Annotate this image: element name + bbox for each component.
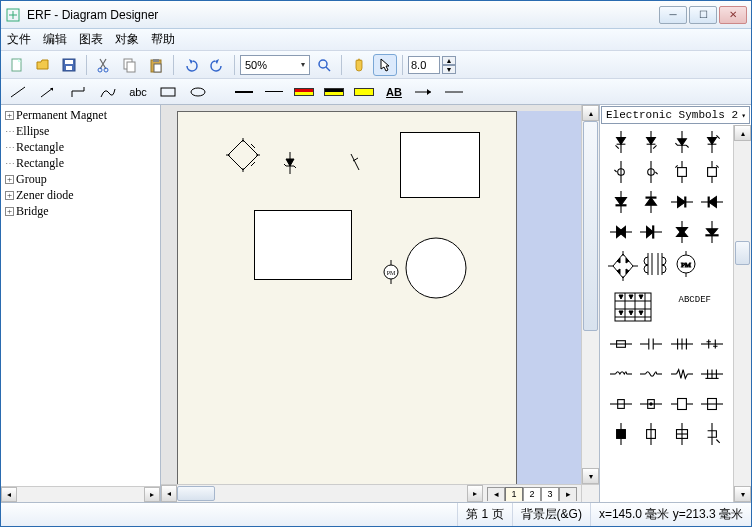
tree-item[interactable]: ⋯Rectangle	[1, 155, 160, 171]
tree-item[interactable]: +Zener diode	[1, 187, 160, 203]
palette-symbol[interactable]	[671, 423, 693, 445]
copy-button[interactable]	[118, 54, 142, 76]
line-style[interactable]	[231, 82, 257, 102]
expand-icon[interactable]: +	[5, 175, 14, 184]
arrow-tool[interactable]	[35, 82, 61, 102]
expand-icon[interactable]: +	[5, 191, 14, 200]
scroll-thumb[interactable]	[735, 241, 750, 265]
palette-symbol[interactable]	[640, 423, 662, 445]
close-button[interactable]: ✕	[719, 6, 747, 24]
rectangle-shape[interactable]	[400, 132, 480, 198]
scroll-left-icon[interactable]: ◂	[1, 487, 17, 502]
tab-page-1[interactable]: 1	[505, 487, 523, 501]
palette-symbol[interactable]	[610, 393, 632, 415]
tab-page-2[interactable]: 2	[523, 487, 541, 501]
fill-yellow[interactable]	[351, 82, 377, 102]
page[interactable]: PM	[177, 111, 517, 484]
palette-symbol[interactable]	[642, 251, 668, 277]
zoom-select[interactable]: 50%	[240, 55, 310, 75]
rectangle-shape[interactable]	[254, 210, 352, 280]
palette-symbol[interactable]	[640, 221, 662, 243]
status-page[interactable]: 第 1 页	[457, 503, 511, 526]
palette-vscroll[interactable]: ▴ ▾	[733, 125, 751, 502]
palette-symbol[interactable]	[671, 161, 693, 183]
menu-object[interactable]: 对象	[115, 31, 139, 48]
pan-button[interactable]	[347, 54, 371, 76]
line-tool[interactable]	[5, 82, 31, 102]
palette-symbol[interactable]	[701, 161, 723, 183]
tree-item[interactable]: ⋯Ellipse	[1, 123, 160, 139]
tab-page-3[interactable]: 3	[541, 487, 559, 501]
symbol-palette[interactable]: PM ABCDEF	[600, 125, 733, 502]
palette-symbol[interactable]	[701, 393, 723, 415]
palette-symbol[interactable]	[701, 221, 723, 243]
canvas-vscroll[interactable]: ▴ ▾	[581, 105, 599, 484]
canvas-hscroll[interactable]: ◂ ▸	[161, 485, 483, 502]
palette-symbol[interactable]	[613, 289, 655, 325]
palette-symbol[interactable]	[640, 363, 662, 385]
scroll-right-icon[interactable]: ▸	[144, 487, 160, 502]
canvas[interactable]: PM	[161, 105, 581, 484]
pointer-button[interactable]	[373, 54, 397, 76]
bridge-symbol[interactable]	[223, 138, 263, 175]
ellipse-tool[interactable]	[185, 82, 211, 102]
scroll-down-icon[interactable]: ▾	[734, 486, 751, 502]
rect-tool[interactable]	[155, 82, 181, 102]
palette-symbol[interactable]	[610, 131, 632, 153]
tab-prev[interactable]: ◂	[487, 487, 505, 501]
palette-symbol[interactable]: ABCDEF	[670, 289, 720, 311]
fill-black-yellow[interactable]	[321, 82, 347, 102]
fill-red-yellow[interactable]	[291, 82, 317, 102]
object-tree[interactable]: +Permanent Magnet ⋯Ellipse ⋯Rectangle ⋯R…	[1, 105, 160, 486]
menu-help[interactable]: 帮助	[151, 31, 175, 48]
redo-button[interactable]	[205, 54, 229, 76]
line-thin[interactable]	[261, 82, 287, 102]
scroll-left-icon[interactable]: ◂	[161, 485, 177, 502]
text-tool[interactable]: abc	[125, 82, 151, 102]
palette-symbol[interactable]	[701, 131, 723, 153]
palette-symbol[interactable]	[640, 191, 662, 213]
spin-up[interactable]: ▲	[442, 56, 456, 65]
status-layer[interactable]: 背景层(&G)	[512, 503, 590, 526]
ellipse-shape[interactable]	[404, 236, 468, 303]
paste-button[interactable]	[144, 54, 168, 76]
menu-file[interactable]: 文件	[7, 31, 31, 48]
palette-symbol[interactable]	[610, 423, 632, 445]
palette-symbol[interactable]	[671, 333, 693, 355]
palette-symbol[interactable]	[640, 393, 662, 415]
palette-symbol[interactable]	[701, 423, 723, 445]
palette-symbol[interactable]	[610, 333, 632, 355]
palette-symbol[interactable]: PM	[673, 251, 699, 277]
tree-item[interactable]: +Group	[1, 171, 160, 187]
expand-icon[interactable]: +	[5, 111, 14, 120]
palette-select[interactable]: Electronic Symbols 2	[601, 106, 750, 124]
curve-tool[interactable]	[95, 82, 121, 102]
line-plain[interactable]	[441, 82, 467, 102]
palette-symbol[interactable]	[701, 191, 723, 213]
maximize-button[interactable]: ☐	[689, 6, 717, 24]
minimize-button[interactable]: ─	[659, 6, 687, 24]
cut-button[interactable]	[92, 54, 116, 76]
palette-symbol[interactable]	[701, 363, 723, 385]
permanent-magnet-symbol[interactable]: PM	[382, 260, 400, 287]
zener-diode-symbol[interactable]	[282, 152, 298, 177]
palette-symbol[interactable]	[610, 363, 632, 385]
palette-symbol[interactable]	[671, 191, 693, 213]
palette-symbol[interactable]	[640, 161, 662, 183]
scroll-right-icon[interactable]: ▸	[467, 485, 483, 502]
tree-hscroll[interactable]: ◂ ▸	[1, 486, 160, 502]
tab-next[interactable]: ▸	[559, 487, 577, 501]
text-style[interactable]: AB	[381, 82, 407, 102]
connector-tool[interactable]	[65, 82, 91, 102]
palette-symbol[interactable]	[608, 251, 638, 281]
palette-symbol[interactable]	[610, 191, 632, 213]
menu-chart[interactable]: 图表	[79, 31, 103, 48]
menu-edit[interactable]: 编辑	[43, 31, 67, 48]
tree-item[interactable]: ⋯Rectangle	[1, 139, 160, 155]
palette-symbol[interactable]	[671, 363, 693, 385]
palette-symbol[interactable]	[610, 221, 632, 243]
expand-icon[interactable]: +	[5, 207, 14, 216]
new-button[interactable]	[5, 54, 29, 76]
palette-symbol[interactable]	[640, 131, 662, 153]
palette-symbol[interactable]	[671, 221, 693, 243]
